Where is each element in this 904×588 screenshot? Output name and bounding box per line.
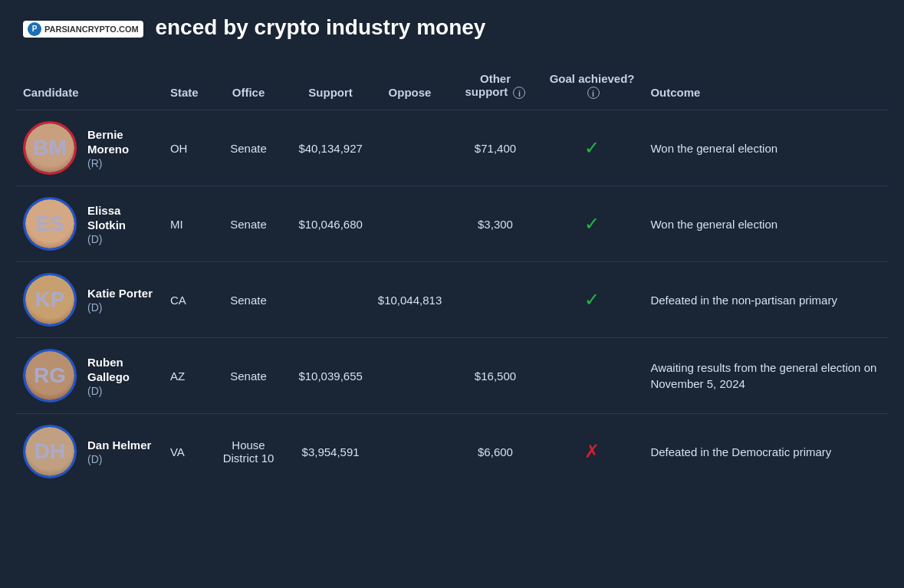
cross-icon: ✗ (584, 441, 600, 462)
candidate-cell: ES Elissa Slotkin (D) (15, 186, 163, 262)
watermark-icon: P (28, 22, 41, 36)
candidate-party: (D) (87, 301, 153, 314)
header-goal-achieved: Goal achieved? i (541, 63, 643, 110)
other-support-cell: $3,300 (449, 186, 541, 262)
candidate-info: Dan Helmer (D) (87, 438, 151, 465)
goal-achieved-cell (541, 338, 643, 414)
table-row: KP Katie Porter (D) CASenate$10,044,813✓… (15, 262, 889, 338)
support-cell: $10,046,680 (291, 186, 370, 262)
header-oppose: Oppose (370, 63, 449, 110)
avatar-placeholder: DH (25, 427, 74, 476)
avatar: KP (23, 273, 77, 327)
avatar: ES (23, 197, 77, 251)
outcome-cell: Awaiting results from the general electi… (643, 338, 889, 414)
oppose-cell (370, 186, 449, 262)
candidate-party: (D) (87, 453, 151, 465)
candidates-table: Candidate State Office Support Oppose Ot… (15, 63, 889, 489)
goal-achieved-info-icon[interactable]: i (587, 87, 600, 99)
table-row: BM Bernie Moreno (R) OHSenate$40,134,927… (15, 110, 889, 186)
candidate-cell: BM Bernie Moreno (R) (15, 110, 163, 186)
candidate-name: Elissa Slotkin (87, 203, 155, 233)
avatar-placeholder: ES (25, 199, 74, 248)
header-support: Support (291, 63, 370, 110)
candidate-name: Bernie Moreno (87, 127, 155, 157)
candidate-cell: KP Katie Porter (D) (15, 262, 163, 338)
table-header-row: Candidate State Office Support Oppose Ot… (15, 63, 889, 110)
title-text: enced by crypto industry money (155, 15, 485, 39)
goal-achieved-cell: ✗ (541, 414, 643, 490)
candidate-party: (D) (87, 233, 155, 245)
header-outcome: Outcome (643, 63, 889, 110)
candidate-info: Elissa Slotkin (D) (87, 203, 155, 245)
other-support-cell: $71,400 (449, 110, 541, 186)
candidate-info: Ruben Gallego (D) (87, 355, 155, 397)
page-title: P PARSIANCRYPTO.COM enced by crypto indu… (15, 15, 889, 40)
candidate-name: Dan Helmer (87, 438, 151, 453)
outcome-text: Won the general election (650, 218, 777, 231)
candidate-cell: RG Ruben Gallego (D) (15, 338, 163, 414)
outcome-cell: Won the general election (643, 186, 889, 262)
state-cell: MI (163, 186, 206, 262)
candidate-party: (D) (87, 385, 155, 397)
oppose-cell (370, 110, 449, 186)
office-cell: Senate (206, 262, 291, 338)
candidate-name: Ruben Gallego (87, 355, 155, 385)
state-cell: OH (163, 110, 206, 186)
header-candidate: Candidate (15, 63, 163, 110)
candidate-name: Katie Porter (87, 286, 153, 301)
other-support-cell: $6,600 (449, 414, 541, 490)
oppose-cell (370, 414, 449, 490)
support-cell: $3,954,591 (291, 414, 370, 490)
header-other-support: Other support i (449, 63, 541, 110)
support-cell: $10,039,655 (291, 338, 370, 414)
avatar-placeholder: KP (25, 275, 74, 324)
outcome-cell: Defeated in the non-partisan primary (643, 262, 889, 338)
other-support-info-icon[interactable]: i (513, 87, 525, 99)
goal-achieved-cell: ✓ (541, 110, 643, 186)
candidate-info: Katie Porter (D) (87, 286, 153, 314)
office-cell: Senate (206, 110, 291, 186)
support-cell: $40,134,927 (291, 110, 370, 186)
check-icon: ✓ (584, 213, 600, 234)
state-cell: AZ (163, 338, 206, 414)
outcome-text: Awaiting results from the general electi… (650, 361, 876, 390)
other-support-cell (449, 262, 541, 338)
avatar: RG (23, 349, 77, 402)
candidate-party: (R) (87, 157, 155, 169)
other-support-cell: $16,500 (449, 338, 541, 414)
outcome-cell: Defeated in the Democratic primary (643, 414, 889, 490)
goal-achieved-cell: ✓ (541, 186, 643, 262)
watermark: P PARSIANCRYPTO.COM (23, 21, 143, 38)
goal-achieved-cell: ✓ (541, 262, 643, 338)
avatar: BM (23, 121, 77, 175)
outcome-cell: Won the general election (643, 110, 889, 186)
oppose-cell (370, 338, 449, 414)
candidate-cell: DH Dan Helmer (D) (15, 414, 163, 490)
candidate-info: Bernie Moreno (R) (87, 127, 155, 169)
watermark-text: PARSIANCRYPTO.COM (44, 25, 139, 34)
table-row: ES Elissa Slotkin (D) MISenate$10,046,68… (15, 186, 889, 262)
oppose-cell: $10,044,813 (370, 262, 449, 338)
outcome-text: Won the general election (650, 142, 777, 155)
check-icon: ✓ (584, 289, 600, 310)
support-cell (291, 262, 370, 338)
office-cell: Senate (206, 186, 291, 262)
table-row: DH Dan Helmer (D) VAHouse District 10$3,… (15, 414, 889, 490)
check-icon: ✓ (584, 137, 600, 158)
avatar-placeholder: BM (25, 123, 74, 172)
table-row: RG Ruben Gallego (D) AZSenate$10,039,655… (15, 338, 889, 414)
header-state: State (163, 63, 206, 110)
office-cell: Senate (206, 338, 291, 414)
state-cell: VA (163, 414, 206, 490)
outcome-text: Defeated in the Democratic primary (650, 445, 831, 458)
outcome-text: Defeated in the non-partisan primary (650, 294, 837, 307)
office-cell: House District 10 (206, 414, 291, 490)
state-cell: CA (163, 262, 206, 338)
page-container: P PARSIANCRYPTO.COM enced by crypto indu… (0, 0, 904, 504)
avatar: DH (23, 425, 77, 478)
header-office: Office (206, 63, 291, 110)
avatar-placeholder: RG (25, 351, 74, 400)
